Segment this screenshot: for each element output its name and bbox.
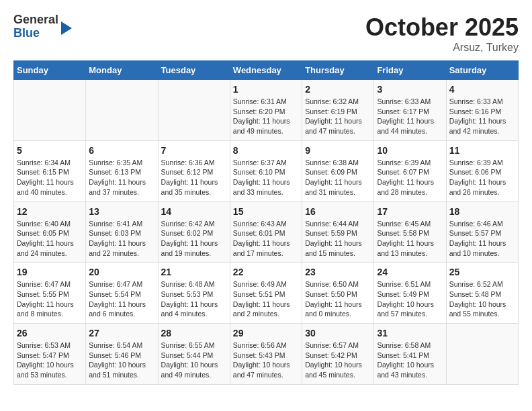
table-row: 10Sunrise: 6:39 AM Sunset: 6:07 PM Dayli… bbox=[374, 140, 446, 201]
table-row: 21Sunrise: 6:48 AM Sunset: 5:53 PM Dayli… bbox=[158, 263, 230, 324]
page-header: General Blue October 2025 Arsuz, Turkey bbox=[13, 13, 519, 54]
table-row: 31Sunrise: 6:58 AM Sunset: 5:41 PM Dayli… bbox=[374, 324, 446, 385]
table-row: 23Sunrise: 6:50 AM Sunset: 5:50 PM Dayli… bbox=[302, 263, 374, 324]
day-number: 10 bbox=[377, 145, 443, 156]
day-info: Sunrise: 6:32 AM Sunset: 6:19 PM Dayligh… bbox=[305, 97, 371, 136]
table-row bbox=[86, 80, 158, 141]
title-section: October 2025 Arsuz, Turkey bbox=[365, 13, 519, 54]
day-info: Sunrise: 6:47 AM Sunset: 5:55 PM Dayligh… bbox=[17, 279, 83, 319]
day-number: 31 bbox=[377, 328, 443, 338]
table-row bbox=[14, 80, 86, 141]
table-row: 16Sunrise: 6:44 AM Sunset: 5:59 PM Dayli… bbox=[302, 201, 374, 263]
month-title: October 2025 bbox=[365, 13, 519, 42]
day-number: 18 bbox=[449, 206, 515, 217]
day-info: Sunrise: 6:36 AM Sunset: 6:12 PM Dayligh… bbox=[161, 158, 227, 197]
table-row: 25Sunrise: 6:52 AM Sunset: 5:48 PM Dayli… bbox=[446, 263, 518, 324]
table-row: 28Sunrise: 6:55 AM Sunset: 5:44 PM Dayli… bbox=[158, 324, 230, 385]
table-row: 18Sunrise: 6:46 AM Sunset: 5:57 PM Dayli… bbox=[446, 201, 518, 263]
day-info: Sunrise: 6:44 AM Sunset: 5:59 PM Dayligh… bbox=[305, 219, 371, 259]
day-info: Sunrise: 6:39 AM Sunset: 6:06 PM Dayligh… bbox=[449, 158, 515, 197]
day-number: 3 bbox=[377, 84, 443, 95]
day-number: 23 bbox=[305, 267, 371, 277]
day-info: Sunrise: 6:58 AM Sunset: 5:41 PM Dayligh… bbox=[377, 340, 443, 380]
header-saturday: Saturday bbox=[446, 61, 518, 80]
day-info: Sunrise: 6:53 AM Sunset: 5:47 PM Dayligh… bbox=[17, 340, 83, 380]
day-info: Sunrise: 6:39 AM Sunset: 6:07 PM Dayligh… bbox=[377, 158, 443, 197]
calendar-week-row: 26Sunrise: 6:53 AM Sunset: 5:47 PM Dayli… bbox=[14, 324, 519, 385]
table-row: 24Sunrise: 6:51 AM Sunset: 5:49 PM Dayli… bbox=[374, 263, 446, 324]
day-number: 26 bbox=[17, 328, 83, 338]
table-row: 7Sunrise: 6:36 AM Sunset: 6:12 PM Daylig… bbox=[158, 140, 230, 201]
day-number: 5 bbox=[17, 145, 83, 156]
day-info: Sunrise: 6:50 AM Sunset: 5:50 PM Dayligh… bbox=[305, 279, 371, 319]
day-info: Sunrise: 6:42 AM Sunset: 6:02 PM Dayligh… bbox=[161, 219, 227, 259]
day-info: Sunrise: 6:38 AM Sunset: 6:09 PM Dayligh… bbox=[305, 158, 371, 197]
table-row: 13Sunrise: 6:41 AM Sunset: 6:03 PM Dayli… bbox=[86, 201, 158, 263]
table-row: 17Sunrise: 6:45 AM Sunset: 5:58 PM Dayli… bbox=[374, 201, 446, 263]
day-number: 28 bbox=[161, 328, 227, 338]
table-row: 22Sunrise: 6:49 AM Sunset: 5:51 PM Dayli… bbox=[230, 263, 302, 324]
day-info: Sunrise: 6:43 AM Sunset: 6:01 PM Dayligh… bbox=[233, 219, 299, 259]
day-info: Sunrise: 6:52 AM Sunset: 5:48 PM Dayligh… bbox=[449, 279, 515, 319]
day-info: Sunrise: 6:49 AM Sunset: 5:51 PM Dayligh… bbox=[233, 279, 299, 319]
day-number: 17 bbox=[377, 206, 443, 217]
day-number: 25 bbox=[449, 267, 515, 277]
day-info: Sunrise: 6:48 AM Sunset: 5:53 PM Dayligh… bbox=[161, 279, 227, 319]
day-info: Sunrise: 6:33 AM Sunset: 6:16 PM Dayligh… bbox=[449, 97, 515, 136]
day-number: 14 bbox=[161, 206, 227, 217]
table-row: 26Sunrise: 6:53 AM Sunset: 5:47 PM Dayli… bbox=[14, 324, 86, 385]
day-number: 2 bbox=[305, 84, 371, 95]
day-number: 4 bbox=[449, 84, 515, 95]
day-info: Sunrise: 6:55 AM Sunset: 5:44 PM Dayligh… bbox=[161, 340, 227, 380]
table-row: 20Sunrise: 6:47 AM Sunset: 5:54 PM Dayli… bbox=[86, 263, 158, 324]
day-info: Sunrise: 6:54 AM Sunset: 5:46 PM Dayligh… bbox=[89, 340, 154, 380]
table-row: 30Sunrise: 6:57 AM Sunset: 5:42 PM Dayli… bbox=[302, 324, 374, 385]
table-row: 15Sunrise: 6:43 AM Sunset: 6:01 PM Dayli… bbox=[230, 201, 302, 263]
day-number: 6 bbox=[89, 145, 154, 156]
weekday-header-row: Sunday Monday Tuesday Wednesday Thursday… bbox=[14, 61, 519, 80]
day-number: 15 bbox=[233, 206, 299, 217]
header-friday: Friday bbox=[374, 61, 446, 80]
day-info: Sunrise: 6:35 AM Sunset: 6:13 PM Dayligh… bbox=[89, 158, 154, 197]
table-row: 2Sunrise: 6:32 AM Sunset: 6:19 PM Daylig… bbox=[302, 80, 374, 141]
day-number: 7 bbox=[161, 145, 227, 156]
day-info: Sunrise: 6:51 AM Sunset: 5:49 PM Dayligh… bbox=[377, 279, 443, 319]
logo-text: General Blue bbox=[13, 13, 58, 40]
header-monday: Monday bbox=[86, 61, 158, 80]
day-info: Sunrise: 6:41 AM Sunset: 6:03 PM Dayligh… bbox=[89, 219, 154, 259]
day-number: 30 bbox=[305, 328, 371, 338]
calendar-week-row: 1Sunrise: 6:31 AM Sunset: 6:20 PM Daylig… bbox=[14, 80, 519, 141]
header-wednesday: Wednesday bbox=[230, 61, 302, 80]
day-number: 11 bbox=[449, 145, 515, 156]
logo: General Blue bbox=[13, 13, 72, 40]
day-number: 13 bbox=[89, 206, 154, 217]
day-info: Sunrise: 6:34 AM Sunset: 6:15 PM Dayligh… bbox=[17, 158, 83, 197]
table-row: 3Sunrise: 6:33 AM Sunset: 6:17 PM Daylig… bbox=[374, 80, 446, 141]
table-row bbox=[158, 80, 230, 141]
day-number: 29 bbox=[233, 328, 299, 338]
header-tuesday: Tuesday bbox=[158, 61, 230, 80]
day-number: 22 bbox=[233, 267, 299, 277]
day-info: Sunrise: 6:37 AM Sunset: 6:10 PM Dayligh… bbox=[233, 158, 299, 197]
day-number: 21 bbox=[161, 267, 227, 277]
table-row: 8Sunrise: 6:37 AM Sunset: 6:10 PM Daylig… bbox=[230, 140, 302, 201]
table-row: 11Sunrise: 6:39 AM Sunset: 6:06 PM Dayli… bbox=[446, 140, 518, 201]
calendar-week-row: 12Sunrise: 6:40 AM Sunset: 6:05 PM Dayli… bbox=[14, 201, 519, 263]
location-label: Arsuz, Turkey bbox=[365, 42, 519, 54]
day-number: 8 bbox=[233, 145, 299, 156]
table-row: 4Sunrise: 6:33 AM Sunset: 6:16 PM Daylig… bbox=[446, 80, 518, 141]
table-row bbox=[446, 324, 518, 385]
header-sunday: Sunday bbox=[14, 61, 86, 80]
day-info: Sunrise: 6:56 AM Sunset: 5:43 PM Dayligh… bbox=[233, 340, 299, 380]
calendar-table: Sunday Monday Tuesday Wednesday Thursday… bbox=[13, 60, 519, 385]
day-number: 20 bbox=[89, 267, 154, 277]
table-row: 27Sunrise: 6:54 AM Sunset: 5:46 PM Dayli… bbox=[86, 324, 158, 385]
day-number: 1 bbox=[233, 84, 299, 95]
logo-arrow-icon bbox=[61, 21, 72, 35]
day-info: Sunrise: 6:57 AM Sunset: 5:42 PM Dayligh… bbox=[305, 340, 371, 380]
table-row: 9Sunrise: 6:38 AM Sunset: 6:09 PM Daylig… bbox=[302, 140, 374, 201]
header-thursday: Thursday bbox=[302, 61, 374, 80]
table-row: 19Sunrise: 6:47 AM Sunset: 5:55 PM Dayli… bbox=[14, 263, 86, 324]
calendar-week-row: 19Sunrise: 6:47 AM Sunset: 5:55 PM Dayli… bbox=[14, 263, 519, 324]
day-number: 9 bbox=[305, 145, 371, 156]
